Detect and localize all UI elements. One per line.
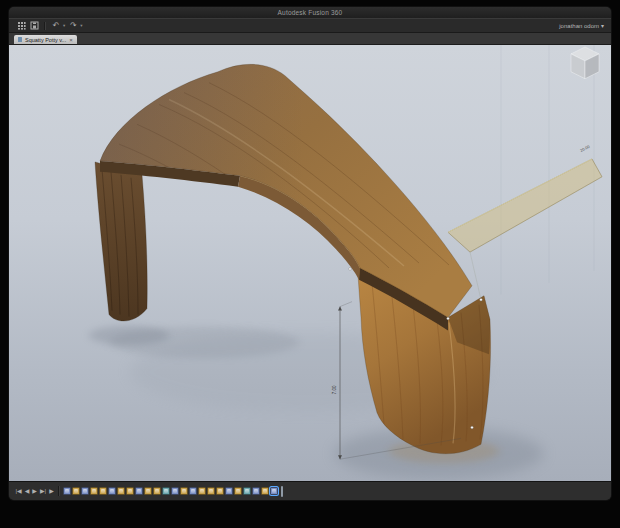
timeline-feature-extrude[interactable] [234, 487, 242, 495]
sketch-plane[interactable]: 20.00 [448, 144, 602, 300]
timeline-feature-sketch[interactable] [189, 487, 197, 495]
window-title: Autodesk Fusion 360 [278, 9, 343, 16]
tab-document[interactable]: Squatty Potty v... × [14, 35, 77, 44]
viewport-3d[interactable]: 20.00 [9, 45, 611, 481]
timeline-feature-extrude[interactable] [216, 487, 224, 495]
user-name-label: jonathan odom [559, 23, 599, 29]
timeline-feature-combine[interactable] [243, 487, 251, 495]
timeline-feature-sketch[interactable] [171, 487, 179, 495]
redo-dropdown-caret[interactable]: ▾ [80, 23, 82, 28]
tab-label: Squatty Potty v... [25, 37, 66, 43]
height-dimension-label: 7.00 [332, 385, 337, 394]
document-icon [18, 37, 22, 42]
timeline-control[interactable]: ▶| [38, 488, 47, 494]
timeline-feature-extrude[interactable] [144, 487, 152, 495]
timeline-position-marker[interactable] [281, 486, 283, 497]
data-panel-icon[interactable] [16, 21, 26, 31]
view-cube[interactable] [571, 47, 599, 79]
screen-background: Autodesk Fusion 360 ↶ ▾ ↷ ▾ [0, 0, 620, 528]
undo-dropdown-caret[interactable]: ▾ [63, 23, 65, 28]
timeline-control[interactable]: ◀ [23, 488, 31, 494]
timeline-feature-sketch[interactable] [225, 487, 233, 495]
timeline-divider [58, 486, 60, 496]
stool-left-leg[interactable] [95, 162, 147, 321]
timeline-feature-sketch[interactable] [270, 487, 278, 495]
timeline-controls: |◀◀▶▶|▶ [14, 488, 55, 494]
timeline-feature-extrude[interactable] [198, 487, 206, 495]
timeline-bar: |◀◀▶▶|▶ [9, 481, 611, 500]
timeline-feature-fillet[interactable] [99, 487, 107, 495]
timeline-control[interactable]: ▶ [31, 488, 39, 494]
tab-close-icon[interactable]: × [69, 37, 73, 43]
toolbar-divider [44, 22, 46, 30]
timeline-feature-extrude[interactable] [117, 487, 125, 495]
timeline-feature-sketch[interactable] [63, 487, 71, 495]
titlebar: Autodesk Fusion 360 [9, 7, 611, 18]
undo-icon[interactable]: ↶ [51, 21, 61, 31]
timeline-feature-extrude[interactable] [180, 487, 188, 495]
plane-dimension-label: 20.00 [579, 144, 591, 153]
app-window: Autodesk Fusion 360 ↶ ▾ ↷ ▾ [9, 7, 611, 500]
toolbar: ↶ ▾ ↷ ▾ jonathan odom ▾ [9, 18, 611, 33]
timeline-control[interactable]: |◀ [14, 488, 23, 494]
timeline-feature-fillet[interactable] [207, 487, 215, 495]
timeline-feature-fillet[interactable] [153, 487, 161, 495]
timeline-control[interactable]: ▶ [48, 488, 56, 494]
timeline-feature-sketch[interactable] [81, 487, 89, 495]
timeline-feature-extrude[interactable] [72, 487, 80, 495]
document-tabbar: Squatty Potty v... × [9, 33, 611, 45]
timeline-feature-sketch[interactable] [252, 487, 260, 495]
timeline-feature-extrude[interactable] [126, 487, 134, 495]
timeline-feature-mirror[interactable] [162, 487, 170, 495]
stool-seat-top[interactable] [100, 64, 472, 317]
timeline-feature-extrude[interactable] [261, 487, 269, 495]
redo-icon[interactable]: ↷ [68, 21, 78, 31]
user-account-menu[interactable]: jonathan odom ▾ [559, 22, 604, 29]
user-menu-caret-icon: ▾ [601, 22, 604, 29]
save-icon[interactable] [29, 21, 39, 31]
timeline-features [63, 487, 279, 495]
timeline-feature-sketch[interactable] [135, 487, 143, 495]
timeline-feature-extrude[interactable] [90, 487, 98, 495]
timeline-feature-sketch[interactable] [108, 487, 116, 495]
